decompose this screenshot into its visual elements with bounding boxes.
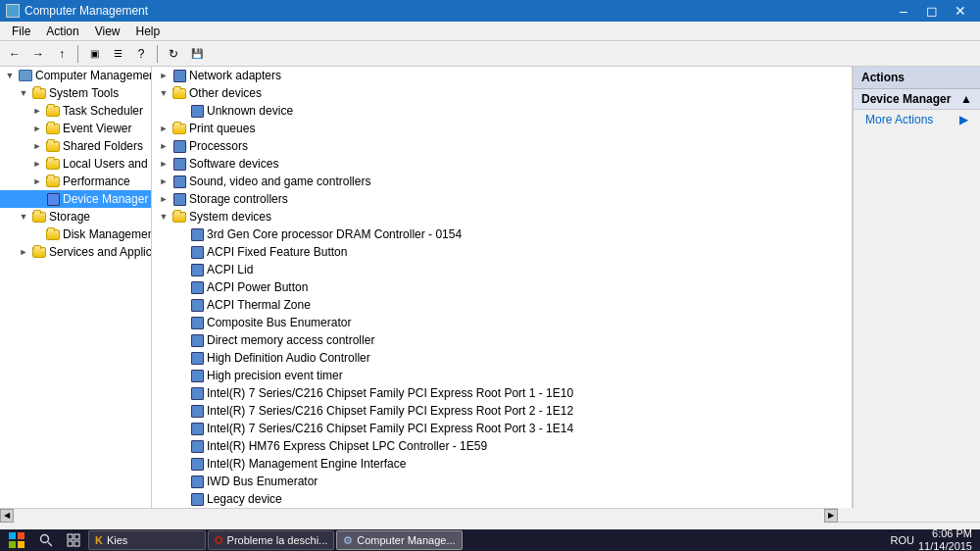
menu-bar: File Action View Help (0, 22, 980, 41)
tree-expand-task[interactable]: ► (29, 103, 45, 119)
tree-item-storage[interactable]: ▼ Storage (0, 208, 151, 225)
event-icon (45, 122, 61, 135)
list-item[interactable]: ▼ Other devices (152, 84, 852, 102)
tree-item-shared-folders[interactable]: ► Shared Folders (0, 137, 151, 155)
h-scroll-track[interactable] (14, 509, 824, 523)
tree-expand-storage[interactable]: ▼ (16, 209, 31, 225)
kies-icon: K (95, 534, 103, 546)
taskbar-app-probleme[interactable]: O Probleme la deschi... (208, 530, 334, 550)
users-icon (45, 157, 61, 171)
list-item[interactable]: Composite Bus Enumerator (152, 314, 852, 331)
tree-item-local-users[interactable]: ► Local Users and Groups (0, 155, 151, 173)
probleme-icon: O (215, 534, 223, 546)
tree-expand-perf[interactable]: ► (29, 174, 45, 189)
list-item[interactable]: Intel(R) 7 Series/C216 Chipset Family PC… (152, 384, 852, 402)
actions-more-label: More Actions (865, 113, 933, 126)
tree-expand-users[interactable]: ► (29, 156, 45, 172)
list-item[interactable]: ACPI Power Button (152, 278, 852, 296)
tree-expand-system-tools[interactable]: ▼ (16, 85, 31, 101)
toolbar-sep2 (157, 45, 158, 63)
list-item[interactable]: ACPI Fixed Feature Button (152, 243, 852, 261)
svg-rect-3 (18, 541, 24, 548)
tree-label-system-tools: System Tools (49, 86, 119, 100)
list-item[interactable]: ACPI Lid (152, 261, 852, 278)
tree-expand-shared[interactable]: ► (29, 138, 45, 154)
minimize-button[interactable]: – (890, 1, 917, 21)
list-item[interactable]: Legacy device (152, 490, 852, 508)
window-title: Computer Management (24, 4, 148, 18)
list-item[interactable]: High precision event timer (152, 367, 852, 384)
restore-button[interactable]: ◻ (918, 1, 946, 21)
toolbar-export[interactable]: 💾 (186, 43, 208, 65)
manage-icon: ⚙ (343, 534, 353, 547)
list-item[interactable]: Intel(R) HM76 Express Chipset LPC Contro… (152, 437, 852, 455)
kies-label: Kies (107, 534, 127, 546)
list-item[interactable]: ► Network adapters (152, 67, 852, 84)
list-item[interactable]: ▼ System devices (152, 208, 852, 225)
menu-action[interactable]: Action (38, 23, 86, 40)
tree-item-services[interactable]: ► Services and Applications (0, 243, 151, 261)
svg-rect-9 (74, 541, 79, 546)
list-item[interactable]: Intel(R) 7 Series/C216 Chipset Family PC… (152, 420, 852, 437)
menu-help[interactable]: Help (128, 23, 169, 40)
toolbar-help[interactable]: ? (130, 43, 152, 65)
taskbar-search[interactable] (33, 530, 59, 550)
tree-expand-root[interactable]: ▼ (2, 68, 18, 83)
tree-label-performance: Performance (63, 175, 130, 188)
list-item[interactable]: ► Storage controllers (152, 190, 852, 208)
taskbar-app-kies[interactable]: K Kies (88, 530, 206, 550)
taskbar-app-computer-manage[interactable]: ⚙ Computer Manage... (336, 530, 462, 550)
tree-item-task-scheduler[interactable]: ► Task Scheduler (0, 102, 151, 120)
tree-expand-event[interactable]: ► (29, 121, 45, 136)
tree-item-system-tools[interactable]: ▼ System Tools (0, 84, 151, 102)
toolbar-properties[interactable]: ☰ (107, 43, 128, 65)
tree-expand-device[interactable] (29, 191, 45, 207)
horizontal-scroll[interactable]: ◀ ▶ (0, 508, 838, 522)
list-item[interactable]: ► Sound, video and game controllers (152, 173, 852, 190)
tree-label-device: Device Manager (63, 192, 148, 206)
list-item[interactable]: ► Software devices (152, 155, 852, 173)
list-item[interactable]: IWD Bus Enumerator (152, 473, 852, 490)
actions-more-arrow: ▶ (959, 113, 968, 126)
actions-more-actions[interactable]: More Actions ▶ (854, 110, 980, 129)
toolbar-forward[interactable]: → (27, 43, 49, 65)
tree-label-services: Services and Applications (49, 245, 152, 259)
toolbar-back[interactable]: ← (4, 43, 25, 65)
toolbar-refresh[interactable]: ↻ (163, 43, 184, 65)
list-item[interactable]: Unknown device (152, 102, 852, 120)
list-item[interactable]: ACPI Thermal Zone (152, 296, 852, 314)
svg-rect-1 (18, 532, 24, 539)
taskbar-date: 11/14/2015 (918, 540, 972, 551)
list-item[interactable]: Direct memory access controller (152, 331, 852, 349)
h-scroll-right[interactable]: ▶ (824, 509, 838, 523)
list-item[interactable]: 3rd Gen Core processor DRAM Controller -… (152, 225, 852, 243)
actions-section-arrow: ▲ (960, 92, 972, 106)
tree-item-disk-management[interactable]: Disk Management (0, 225, 151, 243)
toolbar-sep1 (77, 45, 78, 63)
menu-file[interactable]: File (4, 23, 38, 40)
tree-expand-services[interactable]: ► (16, 244, 31, 260)
toolbar-up[interactable]: ↑ (51, 43, 73, 65)
toolbar-show-hide[interactable]: ▣ (83, 43, 105, 65)
manage-label: Computer Manage... (357, 534, 455, 546)
tree-item-device-manager[interactable]: Device Manager (0, 190, 151, 208)
toolbar: ← → ↑ ▣ ☰ ? ↻ 💾 (0, 41, 980, 67)
list-item[interactable]: Intel(R) 7 Series/C216 Chipset Family PC… (152, 402, 852, 420)
close-button[interactable]: ✕ (947, 1, 974, 21)
tree-item-performance[interactable]: ► Performance (0, 173, 151, 190)
h-scroll-left[interactable]: ◀ (0, 509, 14, 523)
tree-expand-disk[interactable] (29, 226, 45, 242)
left-tree-pane[interactable]: ▼ Computer Management (Local ▼ System To… (0, 67, 152, 508)
tree-item-event-viewer[interactable]: ► Event Viewer (0, 120, 151, 137)
taskbar-task-view[interactable] (61, 530, 86, 550)
list-item[interactable]: ► Print queues (152, 120, 852, 137)
shared-icon (45, 139, 61, 153)
start-button[interactable] (2, 530, 31, 550)
list-item[interactable]: High Definition Audio Controller (152, 349, 852, 367)
device-manager-icon (45, 192, 61, 206)
tree-item-root[interactable]: ▼ Computer Management (Local (0, 67, 151, 84)
device-list-pane[interactable]: ► Network adapters ▼ Other devices Unkno… (152, 67, 853, 508)
list-item[interactable]: ► Processors (152, 137, 852, 155)
list-item[interactable]: Intel(R) Management Engine Interface (152, 455, 852, 473)
menu-view[interactable]: View (87, 23, 128, 40)
